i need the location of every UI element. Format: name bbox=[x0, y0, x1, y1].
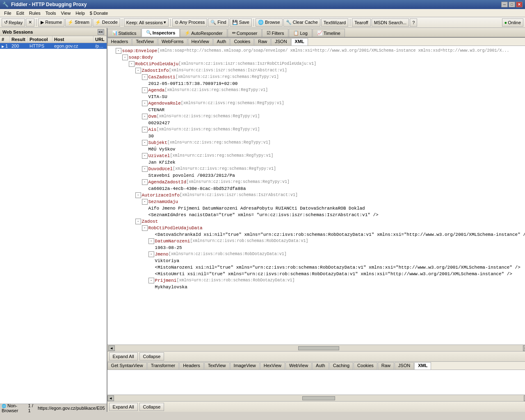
expander-prijmeni[interactable]: - bbox=[148, 278, 154, 283]
expander-body[interactable]: - bbox=[122, 55, 128, 60]
decode-button[interactable]: ⚡ Decode bbox=[93, 18, 120, 27]
resp-tab-json[interactable]: JSON bbox=[395, 362, 414, 370]
maximize-button[interactable]: □ bbox=[509, 2, 515, 7]
tab-log[interactable]: 📋 Log bbox=[289, 29, 312, 37]
resp-tab-headers[interactable]: Headers bbox=[179, 362, 204, 370]
online-button[interactable]: ● Online bbox=[502, 18, 523, 27]
collapse-button[interactable]: Collapse bbox=[139, 352, 164, 361]
xml-node-datumnarozeni[interactable]: - DatumNarozeni [xmlns=urn:cz:isvs:rob:s… bbox=[109, 238, 525, 244]
subtab-json[interactable]: JSON bbox=[271, 38, 290, 46]
xml-node-uzivatel[interactable]: - Uzivatel [xmlns=urn:cz:isvs:reg:schema… bbox=[109, 153, 525, 159]
expander-agendarole[interactable]: - bbox=[142, 100, 148, 106]
resp-tab-cookies[interactable]: Cookies bbox=[354, 362, 377, 370]
expander-subjekt[interactable]: - bbox=[142, 140, 148, 146]
find-button[interactable]: 🔍 Find bbox=[208, 18, 228, 27]
xml-node-autorizaceinfo[interactable]: - AutorizaceInfo [xmlns=urn:cz:isvs:iszr… bbox=[109, 192, 525, 199]
resp-scroll-right[interactable]: ► bbox=[524, 395, 525, 401]
xml-node-subjekt[interactable]: - Subjekt [xmlns=urn:cz:isvs:reg:schemas… bbox=[109, 139, 525, 146]
subtab-auth[interactable]: Auth bbox=[213, 38, 230, 46]
keep-dropdown[interactable]: Keep: All sessions ▾ bbox=[124, 18, 169, 27]
stream-button[interactable]: ⚡ Stream bbox=[65, 18, 92, 27]
expander-robcti[interactable]: - bbox=[129, 61, 135, 67]
subtab-textview[interactable]: TextView bbox=[132, 38, 158, 46]
scroll-left-btn[interactable]: ◄ bbox=[108, 345, 115, 351]
expander-autorizaceinfo[interactable]: - bbox=[135, 192, 141, 198]
expander-jmeno[interactable]: - bbox=[148, 251, 154, 257]
response-horiz-scrollbar[interactable]: ◄ ► bbox=[107, 395, 525, 401]
resp-tab-imageview[interactable]: ImageView bbox=[230, 362, 260, 370]
resp-tab-webview[interactable]: WebView bbox=[285, 362, 312, 370]
xml-node-jmeno[interactable]: - Jmeno [xmlns=urn:cz:isvs:rob:schemas:R… bbox=[109, 251, 525, 258]
x-button[interactable]: ✕ bbox=[26, 18, 34, 27]
tab-timeline[interactable]: 📈 Timeline bbox=[313, 29, 345, 37]
scroll-right-btn[interactable]: ► bbox=[523, 345, 525, 351]
subtab-cookies[interactable]: Cookies bbox=[230, 38, 254, 46]
response-expand-all-button[interactable]: Expand All bbox=[109, 403, 138, 411]
subtab-xml[interactable]: XML bbox=[291, 38, 308, 46]
expander-zadost[interactable]: - bbox=[135, 219, 141, 224]
subtab-raw[interactable]: Raw bbox=[254, 38, 271, 46]
xml-node-zadostinfo[interactable]: - ZadostInfo [xmlns=urn:cz:isvs:iszr:sch… bbox=[109, 67, 525, 74]
horizontal-scrollbar[interactable]: ◄ ► bbox=[107, 345, 525, 351]
expander-agendazadostid[interactable]: - bbox=[142, 179, 148, 185]
xml-node-zadost[interactable]: - Zadost bbox=[109, 218, 525, 225]
xml-node-ais[interactable]: - Ais [xmlns=urn:cz:isvs:reg:schemas:Reg… bbox=[109, 126, 525, 133]
browse-button[interactable]: 🌐 Browse bbox=[256, 18, 283, 27]
expander-uzivatel[interactable]: - bbox=[142, 153, 148, 159]
xml-node-agenda[interactable]: - Agenda [xmlns=urn:cz:isvs:reg:schemas:… bbox=[109, 87, 525, 94]
any-process-button[interactable]: ⊙ Any Process bbox=[172, 18, 207, 27]
subtab-webforms[interactable]: WebForms bbox=[158, 38, 187, 46]
expander-ovm[interactable]: - bbox=[142, 114, 148, 119]
resp-tab-syntaxview[interactable]: Get SyntaxView bbox=[107, 362, 147, 370]
subtab-hexview[interactable]: HexView bbox=[188, 38, 213, 46]
table-row[interactable]: ▶ 1 200 HTTPS egon.gov.cz /publikace/E05 bbox=[0, 43, 107, 49]
menu-edit[interactable]: Edit bbox=[14, 10, 27, 16]
msdn-search-button[interactable]: MSDN Search... bbox=[372, 18, 409, 27]
xml-node-envelope[interactable]: - soap:Envelope [xmlns:soap=http://schem… bbox=[109, 48, 525, 54]
scroll-thumb[interactable] bbox=[298, 346, 339, 350]
resp-tab-caching[interactable]: Caching bbox=[329, 362, 353, 370]
textwizard-button[interactable]: TextWizard bbox=[321, 18, 348, 27]
expander-ais[interactable]: - bbox=[142, 127, 148, 132]
resp-scroll-thumb[interactable] bbox=[302, 396, 335, 400]
menu-view[interactable]: View bbox=[59, 10, 73, 16]
expander-duvod[interactable]: - bbox=[142, 166, 148, 172]
xml-node-robctipodleudajudata[interactable]: - RobCtiPodleUdajuData bbox=[109, 225, 525, 231]
menu-help[interactable]: Help bbox=[73, 10, 87, 16]
xml-node-prijmeni[interactable]: - Prijmeni [xmlns=urn:cz:isvs:rob:schema… bbox=[109, 277, 525, 284]
tab-composer[interactable]: ✏ Composer bbox=[228, 29, 262, 37]
expander-seznamudaju[interactable]: - bbox=[142, 199, 148, 205]
close-button[interactable]: ✕ bbox=[516, 2, 523, 7]
clear-cache-button[interactable]: 🔧 Clear Cache bbox=[283, 18, 320, 27]
response-collapse-button[interactable]: Collapse bbox=[139, 403, 164, 411]
expander-datumnarozeni[interactable]: - bbox=[148, 238, 154, 244]
menu-tools[interactable]: Tools bbox=[43, 10, 59, 16]
resp-tab-xml[interactable]: XML bbox=[414, 362, 431, 370]
xml-node-caszadosti[interactable]: - CasZadosti [xmlns=urn:cz:isvs:reg:sche… bbox=[109, 74, 525, 80]
xml-node-agendazadostid[interactable]: - AgendaZadostId [xmlns=urn:cz:isvs:reg:… bbox=[109, 179, 525, 185]
tab-statistics[interactable]: 📊 Statistics bbox=[107, 29, 141, 37]
menu-donate[interactable]: $ Donate bbox=[87, 10, 111, 16]
resp-tab-raw[interactable]: Raw bbox=[378, 362, 394, 370]
menu-file[interactable]: File bbox=[2, 10, 14, 16]
tab-inspectors[interactable]: 🔍 Inspectors bbox=[142, 28, 180, 37]
minimize-button[interactable]: ─ bbox=[501, 2, 508, 7]
resp-tab-transformer[interactable]: Transformer bbox=[147, 362, 179, 370]
replay-button[interactable]: ↺ Replay bbox=[2, 18, 25, 27]
sessions-collapse-button[interactable]: << bbox=[98, 29, 104, 35]
resp-tab-auth[interactable]: Auth bbox=[312, 362, 329, 370]
xml-node-duvod[interactable]: - DuvodUcel [xmlns=urn:cz:isvs:reg:schem… bbox=[109, 166, 525, 172]
expander-caszadosti[interactable]: - bbox=[142, 74, 148, 80]
expand-all-button[interactable]: Expand All bbox=[109, 352, 138, 361]
resp-tab-hexview[interactable]: HexView bbox=[260, 362, 285, 370]
resp-tab-textview[interactable]: TextView bbox=[204, 362, 230, 370]
expander-robctipodleudajudata[interactable]: - bbox=[142, 225, 148, 231]
expander-agenda[interactable]: - bbox=[142, 87, 148, 93]
tab-autoresponder[interactable]: ⚡ AutoResponder bbox=[180, 29, 227, 37]
help-button[interactable]: ? bbox=[410, 18, 417, 27]
resume-button[interactable]: ▶ Resume bbox=[38, 18, 64, 27]
xml-node-seznamudaju[interactable]: - SeznamUdaju bbox=[109, 199, 525, 205]
save-button[interactable]: 💾 Save bbox=[230, 18, 252, 27]
menu-rules[interactable]: Rules bbox=[27, 10, 43, 16]
expander-zadostinfo[interactable]: - bbox=[135, 68, 141, 73]
